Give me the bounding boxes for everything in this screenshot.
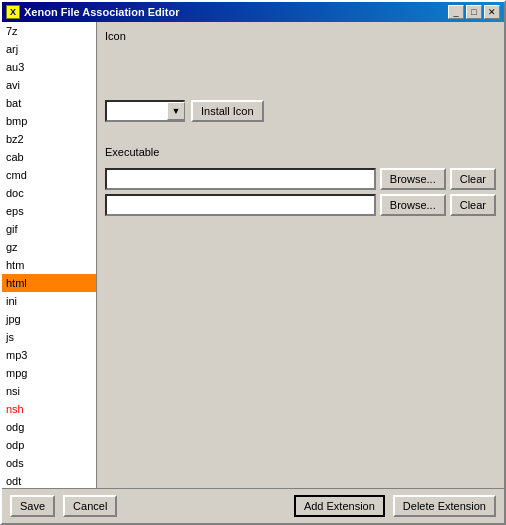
sidebar-item[interactable]: eps — [2, 202, 96, 220]
sidebar-item[interactable]: cmd — [2, 166, 96, 184]
clear-button-2[interactable]: Clear — [450, 194, 496, 216]
sidebar-item[interactable]: html — [2, 274, 96, 292]
sidebar-item[interactable]: odt — [2, 472, 96, 488]
minimize-button[interactable]: _ — [448, 5, 464, 19]
title-buttons: _ □ ✕ — [448, 5, 500, 19]
executable-label: Executable — [105, 146, 496, 158]
delete-extension-button[interactable]: Delete Extension — [393, 495, 496, 517]
icon-combo-wrapper[interactable]: ▼ — [105, 100, 185, 122]
sidebar-item[interactable]: nsh — [2, 400, 96, 418]
sidebar-item[interactable]: nsi — [2, 382, 96, 400]
exec-row-2: Browse... Clear — [105, 194, 496, 216]
sidebar-item[interactable]: au3 — [2, 58, 96, 76]
exec-row-1: Browse... Clear — [105, 168, 496, 190]
sidebar-item[interactable]: odg — [2, 418, 96, 436]
sidebar[interactable]: 7zarjau3avibatbmpbz2cabcmddocepsgifgzhtm… — [2, 22, 97, 488]
sidebar-item[interactable]: avi — [2, 76, 96, 94]
maximize-button[interactable]: □ — [466, 5, 482, 19]
bottom-right-buttons: Add Extension Delete Extension — [294, 495, 496, 517]
cancel-button[interactable]: Cancel — [63, 495, 117, 517]
sidebar-item[interactable]: bz2 — [2, 130, 96, 148]
close-button[interactable]: ✕ — [484, 5, 500, 19]
sidebar-item[interactable]: gif — [2, 220, 96, 238]
sidebar-item[interactable]: bmp — [2, 112, 96, 130]
window-title: Xenon File Association Editor — [24, 6, 179, 18]
app-icon: X — [6, 5, 20, 19]
sidebar-item[interactable]: htm — [2, 256, 96, 274]
icon-preview-area — [105, 54, 496, 94]
icon-label: Icon — [105, 30, 496, 42]
sidebar-item[interactable]: 7z — [2, 22, 96, 40]
bottom-bar: Save Cancel Add Extension Delete Extensi… — [2, 488, 504, 523]
main-panel: Icon ▼ Install Icon Executable Browse...… — [97, 22, 504, 488]
install-icon-button[interactable]: Install Icon — [191, 100, 264, 122]
sidebar-item[interactable]: mp3 — [2, 346, 96, 364]
window-content: 7zarjau3avibatbmpbz2cabcmddocepsgifgzhtm… — [2, 22, 504, 488]
sidebar-item[interactable]: gz — [2, 238, 96, 256]
sidebar-item[interactable]: ini — [2, 292, 96, 310]
title-bar-left: X Xenon File Association Editor — [6, 5, 179, 19]
icon-section: Icon ▼ Install Icon — [105, 30, 496, 122]
sidebar-item[interactable]: ods — [2, 454, 96, 472]
browse-button-1[interactable]: Browse... — [380, 168, 446, 190]
title-bar: X Xenon File Association Editor _ □ ✕ — [2, 2, 504, 22]
browse-button-2[interactable]: Browse... — [380, 194, 446, 216]
main-window: X Xenon File Association Editor _ □ ✕ 7z… — [0, 0, 506, 525]
combo-dropdown-arrow[interactable]: ▼ — [167, 102, 185, 120]
icon-combo-input[interactable] — [107, 102, 167, 120]
sidebar-item[interactable]: arj — [2, 40, 96, 58]
sidebar-item[interactable]: js — [2, 328, 96, 346]
add-extension-button[interactable]: Add Extension — [294, 495, 385, 517]
clear-button-1[interactable]: Clear — [450, 168, 496, 190]
save-button[interactable]: Save — [10, 495, 55, 517]
bottom-left-buttons: Save Cancel — [10, 495, 117, 517]
sidebar-item[interactable]: mpg — [2, 364, 96, 382]
sidebar-item[interactable]: bat — [2, 94, 96, 112]
sidebar-item[interactable]: doc — [2, 184, 96, 202]
sidebar-item[interactable]: cab — [2, 148, 96, 166]
executable-section: Executable Browse... Clear Browse... Cle… — [105, 146, 496, 216]
sidebar-item[interactable]: jpg — [2, 310, 96, 328]
exec-input-1[interactable] — [105, 168, 376, 190]
icon-row: ▼ Install Icon — [105, 100, 496, 122]
sidebar-item[interactable]: odp — [2, 436, 96, 454]
exec-input-2[interactable] — [105, 194, 376, 216]
